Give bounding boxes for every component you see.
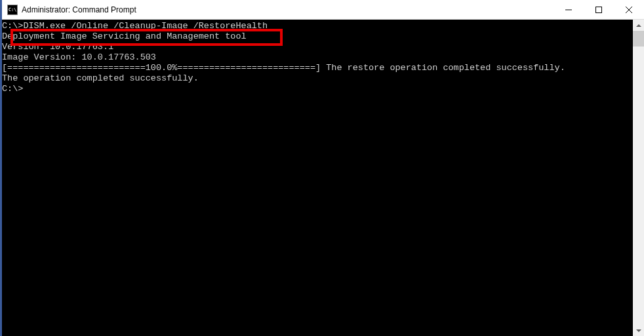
svg-rect-1	[596, 7, 602, 12]
command-text: DISM.exe /Online /Cleanup-Image /Restore…	[23, 21, 268, 31]
svg-marker-4	[636, 24, 641, 27]
terminal-line: The operation completed successfully.	[2, 73, 633, 84]
svg-marker-5	[636, 329, 641, 332]
close-button[interactable]	[614, 0, 644, 19]
command-line: C:\>DISM.exe /Online /Cleanup-Image /Res…	[2, 21, 633, 31]
maximize-button[interactable]	[584, 0, 614, 19]
terminal-content[interactable]: C:\>DISM.exe /Online /Cleanup-Image /Res…	[2, 20, 633, 336]
vertical-scrollbar[interactable]	[633, 20, 644, 336]
terminal-line: Version: 10.0.17763.1	[2, 42, 633, 52]
terminal-line: [==========================100.0%=======…	[2, 63, 633, 73]
terminal-line: Deployment Image Servicing and Managemen…	[2, 31, 633, 42]
terminal-area[interactable]: C:\>DISM.exe /Online /Cleanup-Image /Res…	[2, 20, 644, 336]
window-controls	[553, 0, 644, 19]
minimize-button[interactable]	[553, 0, 584, 19]
scroll-up-arrow-icon[interactable]	[633, 20, 644, 31]
scroll-track[interactable]	[633, 31, 644, 325]
terminal-line: Image Version: 10.0.17763.503	[2, 52, 633, 63]
app-icon: C:\	[7, 5, 18, 15]
window-title: Administrator: Command Prompt	[22, 5, 553, 14]
prompt: C:\>	[2, 21, 23, 31]
titlebar[interactable]: C:\ Administrator: Command Prompt	[2, 0, 644, 20]
prompt-line: C:\>	[2, 84, 633, 94]
scroll-down-arrow-icon[interactable]	[633, 325, 644, 336]
scroll-thumb[interactable]	[633, 31, 644, 47]
